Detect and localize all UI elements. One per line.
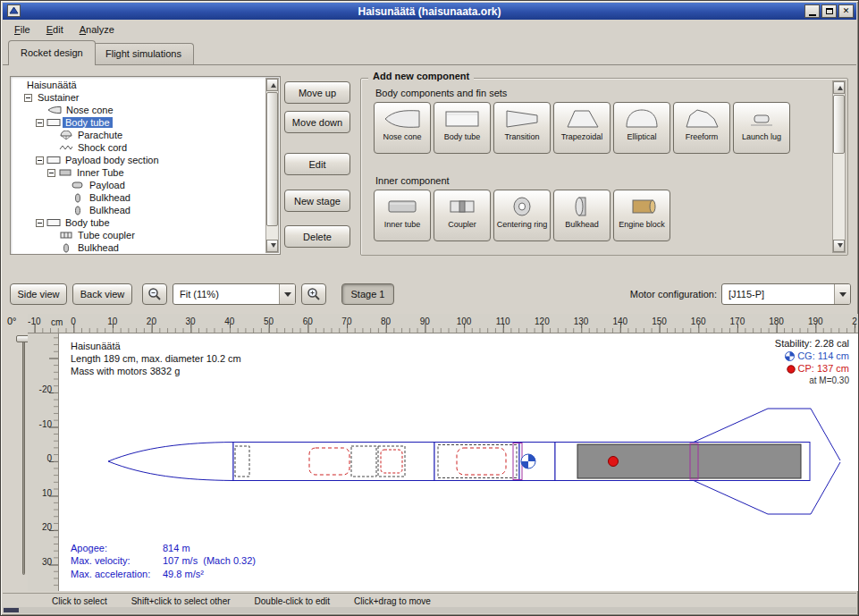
- zoom-select[interactable]: Fit (11%): [173, 283, 296, 305]
- menu-file[interactable]: File: [6, 21, 38, 38]
- stability-info: Stability: 2.28 cal CG: 114 cm CP: 137 c…: [775, 337, 849, 387]
- motor-configuration-value: [J115-P]: [722, 289, 834, 300]
- tree-item-body-tube[interactable]: Body tube: [13, 116, 265, 129]
- menu-bar: File Edit Analyze: [3, 20, 856, 39]
- minimize-button[interactable]: [804, 4, 820, 18]
- tree-item-shock-cord[interactable]: Shock cord: [13, 141, 265, 154]
- rotation-angle-label: 0°: [7, 316, 17, 326]
- back-view-button[interactable]: Back view: [72, 283, 132, 305]
- add-trapezoidal-fin-button[interactable]: Trapezoidal: [553, 102, 611, 154]
- group-title: Add new component: [368, 71, 474, 81]
- coupler-icon: [442, 194, 482, 219]
- freeform-fin-icon: [682, 106, 721, 131]
- stage-1-toggle[interactable]: Stage 1: [341, 283, 394, 305]
- zoom-in-icon: [307, 287, 321, 301]
- edit-button[interactable]: Edit: [284, 153, 350, 175]
- hint-bar: Click to select Shift+click to select ot…: [3, 593, 856, 608]
- tree-item-bulkhead[interactable]: Bulkhead: [13, 191, 265, 204]
- acceleration-label: Max. acceleration:: [71, 568, 163, 581]
- add-body-tube-button[interactable]: Body tube: [434, 102, 491, 154]
- add-nose-cone-button[interactable]: Nose cone: [374, 102, 431, 154]
- hint-double-click: Double-click to edit: [255, 596, 330, 606]
- cp-marker: [609, 457, 619, 467]
- tree-scrollbar-thumb[interactable]: [266, 92, 278, 226]
- title-bar[interactable]: Haisunäätä (haisunaata.ork) ✕: [3, 3, 856, 20]
- tree-item-bulkhead[interactable]: Bulkhead: [13, 241, 265, 254]
- mach-note: at M=0.30: [775, 375, 849, 387]
- scroll-down-icon[interactable]: [266, 240, 278, 252]
- add-launch-lug-button[interactable]: Launch lug: [733, 102, 790, 154]
- ruler-label: 0: [71, 316, 76, 326]
- tree-scrollbar[interactable]: [265, 78, 279, 253]
- close-button[interactable]: ✕: [838, 4, 854, 18]
- new-stage-button[interactable]: New stage: [284, 190, 350, 212]
- add-inner-tube-button[interactable]: Inner tube: [374, 190, 431, 241]
- ruler-label: 40: [224, 316, 234, 326]
- expander-icon[interactable]: [36, 219, 44, 227]
- delete-button[interactable]: Delete: [284, 225, 350, 248]
- expander-icon[interactable]: [47, 169, 55, 177]
- close-icon: ✕: [843, 7, 850, 15]
- tree-item-parachute[interactable]: Parachute: [13, 129, 265, 141]
- expander-icon[interactable]: [36, 119, 44, 127]
- tree-item-body-tube[interactable]: Body tube: [13, 216, 265, 229]
- tree-item-payload-body-section[interactable]: Payload body section: [13, 154, 265, 166]
- tab-flight-simulations[interactable]: Flight simulations: [93, 43, 194, 65]
- rotation-slider[interactable]: [22, 335, 25, 575]
- bulkhead-icon: [71, 193, 87, 203]
- chevron-down-icon[interactable]: [834, 284, 850, 304]
- rocket-length: Length 189 cm, max. diameter 10.2 cm: [71, 352, 241, 365]
- scroll-up-icon[interactable]: [266, 79, 278, 91]
- tab-divider: [3, 64, 856, 65]
- scroll-down-icon[interactable]: [833, 240, 845, 252]
- rocket-canvas[interactable]: Haisunäätä Length 189 cm, max. diameter …: [59, 333, 858, 591]
- tree-item-tube-coupler[interactable]: Tube coupler: [13, 229, 265, 241]
- add-engine-block-button[interactable]: Engine block: [613, 190, 670, 241]
- add-centering-ring-button[interactable]: Centering ring: [493, 190, 551, 241]
- component-scrollbar-thumb[interactable]: [833, 95, 845, 154]
- tree-item-payload[interactable]: Payload: [13, 179, 265, 191]
- add-transition-button[interactable]: Transition: [493, 102, 551, 154]
- tree-item-haisun-t[interactable]: Haisunäätä: [13, 79, 265, 91]
- ruler-label: 100: [457, 316, 472, 326]
- bulkhead-icon: [59, 243, 75, 253]
- expander-icon[interactable]: [24, 94, 32, 102]
- add-elliptical-fin-button[interactable]: Elliptical: [613, 102, 670, 154]
- menu-analyze[interactable]: Analyze: [72, 21, 122, 38]
- add-bulkhead-button[interactable]: Bulkhead: [553, 190, 611, 241]
- bulkhead-icon: [562, 194, 602, 219]
- move-up-button[interactable]: Move up: [284, 81, 350, 104]
- add-freeform-fin-button[interactable]: Freeform: [673, 102, 730, 154]
- ruler-label: 190: [808, 316, 823, 326]
- side-view-button[interactable]: Side view: [10, 283, 67, 305]
- engine-block-icon: [622, 194, 661, 219]
- move-down-button[interactable]: Move down: [284, 111, 350, 133]
- add-coupler-button[interactable]: Coupler: [434, 190, 491, 241]
- tab-rocket-design[interactable]: Rocket design: [8, 40, 96, 65]
- hint-drag: Click+drag to move: [354, 596, 431, 606]
- minimize-icon: [809, 14, 816, 16]
- tree-item-sustainer[interactable]: Sustainer: [13, 91, 265, 104]
- nose-cone-icon: [383, 106, 422, 131]
- chevron-down-icon[interactable]: [279, 284, 295, 304]
- zoom-out-button[interactable]: [142, 283, 167, 305]
- tree-item-bulkhead[interactable]: Bulkhead: [13, 204, 265, 216]
- zoom-in-button[interactable]: [301, 283, 326, 305]
- tree-item-nose-cone[interactable]: Nose cone: [13, 104, 265, 116]
- expander-icon[interactable]: [36, 156, 44, 165]
- maximize-button[interactable]: [821, 4, 837, 18]
- ruler-label: 90: [420, 316, 430, 326]
- component-tree[interactable]: HaisunäätäSustainerNose coneBody tubePar…: [10, 76, 281, 255]
- horizontal-scrollbar-thumb[interactable]: [4, 608, 19, 612]
- coupler-icon: [59, 231, 75, 240]
- add-component-group: Add new component Body components and fi…: [360, 78, 848, 256]
- scroll-up-icon[interactable]: [833, 81, 845, 94]
- payload-icon: [71, 181, 87, 190]
- motor-configuration-select[interactable]: [J115-P]: [721, 283, 851, 305]
- component-panel-scrollbar[interactable]: [832, 80, 846, 253]
- horizontal-scrollbar[interactable]: [3, 607, 856, 613]
- menu-edit[interactable]: Edit: [38, 21, 72, 38]
- rocket-name: Haisunäätä: [71, 340, 241, 352]
- tree-item-inner-tube[interactable]: Inner Tube: [13, 166, 265, 179]
- hint-shift-click: Shift+click to select other: [131, 596, 231, 606]
